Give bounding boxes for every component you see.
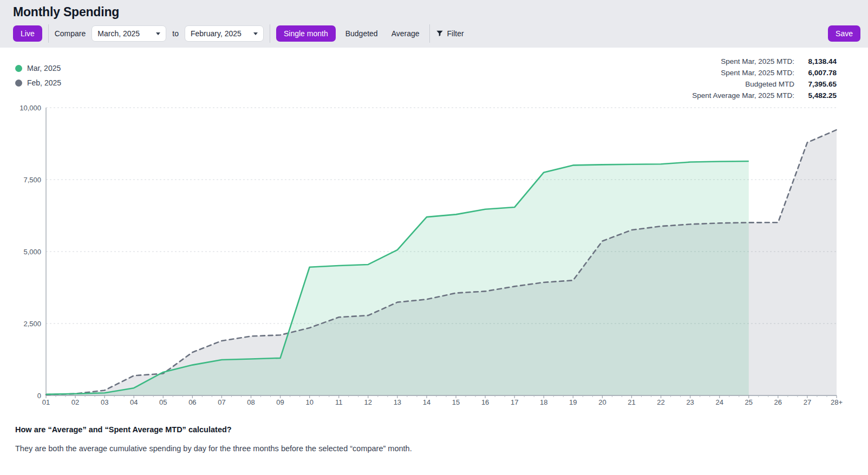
svg-text:15: 15: [452, 398, 460, 406]
compare-label: Compare: [55, 29, 86, 38]
svg-text:26: 26: [774, 398, 782, 406]
header: Monthly Spending Live Compare March, 202…: [0, 0, 868, 48]
svg-text:27: 27: [804, 398, 811, 406]
chevron-down-icon: [253, 32, 258, 35]
svg-text:7,500: 7,500: [23, 176, 41, 184]
svg-text:10: 10: [305, 398, 313, 406]
filter-button[interactable]: Filter: [436, 29, 464, 38]
page-title: Monthly Spending: [13, 5, 860, 19]
stat-value: 5,482.25: [801, 90, 837, 102]
stat-label: Spent Mar, 2025 MTD:: [692, 68, 794, 79]
live-button[interactable]: Live: [13, 25, 42, 42]
mar-legend-dot: [15, 65, 22, 72]
spending-chart: 02,5005,0007,50010,000010203040506070809…: [0, 102, 868, 413]
compare-from-value: March, 2025: [97, 29, 140, 38]
svg-text:25: 25: [745, 398, 753, 406]
budgeted-button[interactable]: Budgeted: [342, 26, 382, 41]
footer: How are “Average” and “Spent Average MTD…: [0, 413, 868, 453]
filter-label: Filter: [447, 29, 464, 38]
svg-text:0: 0: [37, 392, 41, 400]
svg-text:21: 21: [628, 398, 635, 406]
svg-text:02: 02: [71, 398, 79, 406]
svg-text:19: 19: [569, 398, 577, 406]
svg-text:17: 17: [511, 398, 518, 406]
toolbar-divider: [429, 24, 430, 43]
svg-text:03: 03: [101, 398, 108, 406]
svg-text:22: 22: [657, 398, 664, 406]
footer-answer: They are both the average cumulative spe…: [15, 444, 853, 453]
svg-text:01: 01: [42, 398, 50, 406]
chart-legend: Mar, 2025 Feb, 2025: [15, 64, 61, 102]
feb-legend-dot: [15, 80, 22, 87]
svg-text:5,000: 5,000: [23, 248, 41, 256]
svg-text:20: 20: [598, 398, 606, 406]
mar-legend-label: Mar, 2025: [27, 64, 61, 72]
to-label: to: [172, 29, 179, 38]
svg-text:2,500: 2,500: [23, 320, 41, 328]
toolbar-divider: [48, 24, 49, 43]
svg-text:05: 05: [159, 398, 167, 406]
toolbar: Live Compare March, 2025 to February, 20…: [13, 24, 860, 43]
chart-area: 02,5005,0007,50010,000010203040506070809…: [0, 102, 868, 413]
compare-to-select[interactable]: February, 2025: [185, 25, 264, 42]
svg-text:16: 16: [481, 398, 489, 406]
stat-label: Spent Average Mar, 2025 MTD:: [692, 90, 794, 102]
toolbar-divider: [270, 24, 270, 43]
feb-legend-label: Feb, 2025: [27, 78, 61, 87]
stat-label: Spent Mar, 2025 MTD:: [692, 56, 794, 68]
compare-from-select[interactable]: March, 2025: [92, 25, 166, 42]
svg-text:08: 08: [247, 398, 254, 406]
stat-value: 8,138.44: [801, 56, 837, 68]
footer-question: How are “Average” and “Spent Average MTD…: [15, 425, 853, 434]
compare-to-value: February, 2025: [191, 29, 242, 38]
svg-text:14: 14: [423, 398, 430, 406]
single-month-button[interactable]: Single month: [276, 25, 336, 42]
legend-item-mar: Mar, 2025: [15, 64, 61, 72]
average-button[interactable]: Average: [388, 26, 423, 41]
svg-text:24: 24: [715, 398, 723, 406]
svg-text:07: 07: [218, 398, 225, 406]
svg-text:23: 23: [686, 398, 694, 406]
svg-text:12: 12: [364, 398, 372, 406]
save-button[interactable]: Save: [828, 25, 860, 42]
filter-icon: [436, 30, 443, 37]
stat-label: Budgeted MTD: [692, 79, 794, 90]
svg-text:10,000: 10,000: [19, 104, 41, 112]
svg-text:06: 06: [188, 398, 196, 406]
svg-text:13: 13: [394, 398, 401, 406]
stats-panel: Spent Mar, 2025 MTD: 8,138.44 Spent Mar,…: [692, 56, 837, 102]
info-row: Mar, 2025 Feb, 2025 Spent Mar, 2025 MTD:…: [0, 48, 868, 102]
svg-text:11: 11: [335, 398, 343, 406]
stat-value: 7,395.65: [801, 79, 837, 90]
chevron-down-icon: [156, 32, 160, 35]
svg-text:04: 04: [130, 398, 138, 406]
svg-text:18: 18: [540, 398, 547, 406]
svg-text:28+: 28+: [831, 398, 843, 406]
stat-value: 6,007.78: [801, 68, 837, 79]
legend-item-feb: Feb, 2025: [15, 78, 61, 87]
svg-text:09: 09: [276, 398, 284, 406]
